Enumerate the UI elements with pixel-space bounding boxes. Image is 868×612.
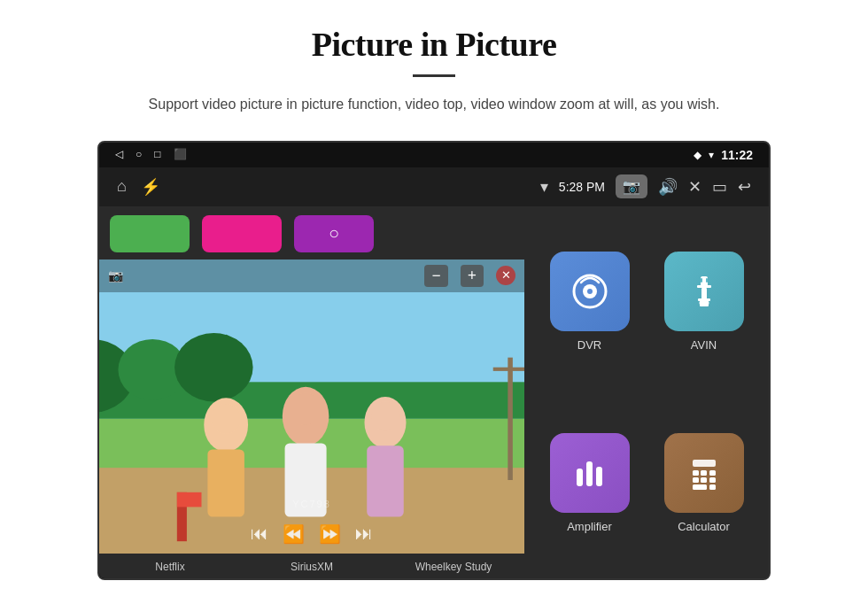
dvr-app-item[interactable]: DVR: [539, 217, 640, 386]
calculator-app-item[interactable]: Calculator: [653, 399, 755, 568]
svg-rect-26: [701, 288, 707, 300]
amplifier-app-item[interactable]: Amplifier: [539, 399, 640, 568]
netflix-label: Netflix: [99, 561, 241, 573]
nav-time: 5:28 PM: [559, 180, 605, 194]
app-icons-top-row: ○: [99, 206, 524, 260]
svg-rect-36: [693, 460, 716, 467]
calculator-icon-svg: [682, 451, 726, 495]
svg-point-18: [372, 401, 399, 430]
video-player[interactable]: 📷 − + ✕ ⏮ ⏪ ⏩ ⏭ YC798: [99, 260, 524, 554]
watermark: YC798: [292, 499, 331, 509]
screenshot-icon[interactable]: ⬛: [174, 148, 187, 161]
avin-label: AVIN: [691, 338, 717, 352]
svg-rect-27: [698, 298, 710, 301]
page-wrapper: Picture in Picture Support video picture…: [0, 0, 868, 580]
amplifier-icon[interactable]: [550, 433, 630, 513]
svg-rect-42: [709, 477, 716, 483]
svg-point-15: [291, 392, 320, 424]
pip-nav-icon[interactable]: ▭: [712, 177, 727, 197]
wifi-icon: ▾: [709, 149, 714, 161]
dvr-icon[interactable]: [550, 252, 630, 331]
rewind-button[interactable]: ⏮: [251, 523, 268, 544]
status-bar: ◁ ○ □ ⬛ ◆ ▾ 11:22: [99, 143, 769, 167]
wheelkey-top-icon[interactable]: ○: [294, 215, 374, 252]
app-grid-area: DVR: [524, 206, 769, 578]
calculator-icon[interactable]: [664, 433, 744, 513]
playback-controls: ⏮ ⏪ ⏩ ⏭: [251, 523, 373, 545]
video-area: ○: [99, 206, 524, 578]
svg-rect-8: [508, 357, 513, 479]
svg-rect-25: [697, 285, 711, 288]
calculator-label: Calculator: [678, 520, 730, 533]
svg-rect-9: [493, 367, 524, 370]
dvr-label: DVR: [577, 338, 601, 352]
status-time: 11:22: [721, 148, 753, 162]
pip-overlay: 📷 − + ✕: [99, 260, 524, 292]
dvr-icon-svg: [568, 269, 612, 314]
siriusxm-label: SiriusXM: [241, 561, 383, 573]
location-icon: ◆: [694, 149, 701, 161]
pip-controls: − + ✕: [424, 265, 515, 287]
status-bar-right: ◆ ▾ 11:22: [694, 148, 753, 162]
recents-icon[interactable]: □: [154, 148, 160, 161]
status-bar-left: ◁ ○ □ ⬛: [115, 148, 187, 161]
camera-button[interactable]: 📷: [616, 174, 647, 198]
pip-camera-icon: 📷: [108, 268, 123, 283]
svg-rect-38: [701, 470, 707, 476]
back-icon[interactable]: ◁: [115, 148, 123, 161]
svg-rect-33: [577, 469, 583, 486]
forward-button[interactable]: ⏭: [355, 523, 373, 544]
svg-point-12: [212, 404, 241, 433]
svg-rect-11: [207, 449, 244, 516]
siriusxm-top-icon[interactable]: [202, 215, 282, 252]
usb-icon: ⚡: [141, 177, 160, 197]
pip-close-button[interactable]: ✕: [496, 266, 515, 285]
volume-icon[interactable]: 🔊: [658, 177, 678, 197]
pip-minus-button[interactable]: −: [424, 265, 447, 287]
wheelkey-label: Wheelkey Study: [383, 561, 524, 573]
amplifier-label: Amplifier: [567, 520, 612, 533]
svg-rect-43: [693, 484, 707, 490]
svg-rect-35: [596, 467, 602, 486]
svg-rect-32: [706, 278, 708, 283]
amplifier-icon-svg: [568, 451, 612, 495]
video-background: [99, 260, 524, 554]
nav-bar: ⌂ ⚡ ▾ 5:28 PM 📷 🔊 ✕ ▭ ↩: [99, 167, 769, 206]
svg-rect-20: [177, 492, 202, 507]
svg-rect-31: [701, 278, 702, 283]
svg-rect-34: [586, 461, 593, 486]
home-nav-icon[interactable]: ⌂: [117, 177, 127, 196]
svg-rect-17: [367, 445, 404, 516]
netflix-top-icon[interactable]: [110, 215, 190, 252]
next-button[interactable]: ⏩: [319, 523, 341, 545]
wifi-nav-icon: ▾: [540, 177, 548, 197]
avin-app-item[interactable]: AVIN: [653, 217, 755, 386]
close-nav-icon[interactable]: ✕: [688, 177, 701, 197]
svg-rect-41: [701, 477, 707, 483]
svg-rect-44: [709, 484, 716, 490]
avin-icon-svg: [682, 269, 726, 314]
avin-icon[interactable]: [664, 252, 744, 331]
title-divider: [413, 74, 455, 77]
main-content: ○: [99, 206, 769, 578]
svg-point-6: [174, 333, 253, 401]
svg-rect-39: [709, 470, 716, 476]
home-icon[interactable]: ○: [136, 148, 142, 161]
svg-rect-37: [693, 470, 699, 476]
page-title: Picture in Picture: [312, 25, 557, 64]
back-nav-icon[interactable]: ↩: [738, 177, 751, 197]
bottom-labels: Netflix SiriusXM Wheelkey Study: [99, 554, 524, 578]
device-frame: ◁ ○ □ ⬛ ◆ ▾ 11:22 ⌂ ⚡ ▾ 5:28 PM 📷 🔊: [97, 141, 771, 580]
nav-bar-right: ▾ 5:28 PM 📷 🔊 ✕ ▭ ↩: [540, 174, 751, 198]
page-subtitle: Support video picture in picture functio…: [149, 93, 720, 116]
nav-bar-left: ⌂ ⚡: [117, 177, 160, 197]
svg-rect-30: [700, 301, 709, 306]
prev-button[interactable]: ⏪: [283, 523, 305, 545]
pip-plus-button[interactable]: +: [461, 265, 484, 287]
svg-rect-40: [693, 477, 699, 483]
svg-point-23: [587, 289, 593, 294]
